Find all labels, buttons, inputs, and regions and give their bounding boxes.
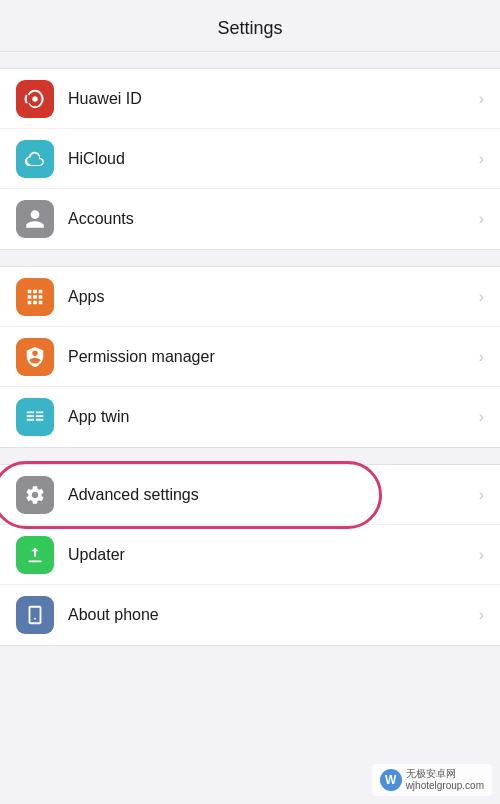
watermark: W 无极安卓网 wjhotelgroup.com (372, 764, 492, 796)
chevron-permission: › (479, 348, 484, 366)
advanced-settings-icon (16, 476, 54, 514)
advanced-settings-label: Advanced settings (68, 486, 471, 504)
accounts-svg (24, 208, 46, 230)
watermark-line2: wjhotelgroup.com (406, 780, 484, 792)
advanced-settings-svg (24, 484, 46, 506)
list-item-advanced-settings[interactable]: Advanced settings › (0, 465, 500, 525)
accounts-label: Accounts (68, 210, 471, 228)
apptwin-icon (16, 398, 54, 436)
section-apps: Apps › Permission manager › App twin › (0, 266, 500, 448)
updater-label: Updater (68, 546, 471, 564)
chevron-huawei-id: › (479, 90, 484, 108)
section-gap-2 (0, 250, 500, 266)
apps-svg (24, 286, 46, 308)
permission-svg (24, 346, 46, 368)
chevron-about-phone: › (479, 606, 484, 624)
page-title: Settings (217, 18, 282, 38)
chevron-app-twin: › (479, 408, 484, 426)
updater-svg (24, 544, 46, 566)
list-item-updater[interactable]: Updater › (0, 525, 500, 585)
about-phone-label: About phone (68, 606, 471, 624)
about-phone-svg (24, 604, 46, 626)
section-gap-1 (0, 52, 500, 68)
hicloud-icon (16, 140, 54, 178)
chevron-apps: › (479, 288, 484, 306)
watermark-line1: 无极安卓网 (406, 768, 484, 780)
list-item-accounts[interactable]: Accounts › (0, 189, 500, 249)
list-item-app-twin[interactable]: App twin › (0, 387, 500, 447)
section-accounts: Huawei ID › HiCloud › Accounts › (0, 68, 500, 250)
apptwin-svg (24, 406, 46, 428)
list-item-apps[interactable]: Apps › (0, 267, 500, 327)
app-twin-label: App twin (68, 408, 471, 426)
list-item-permission-manager[interactable]: Permission manager › (0, 327, 500, 387)
huawei-icon (16, 80, 54, 118)
apps-label: Apps (68, 288, 471, 306)
chevron-accounts: › (479, 210, 484, 228)
list-item-about-phone[interactable]: About phone › (0, 585, 500, 645)
huawei-id-label: Huawei ID (68, 90, 471, 108)
list-item-hicloud[interactable]: HiCloud › (0, 129, 500, 189)
watermark-logo: W (380, 769, 402, 791)
permission-icon (16, 338, 54, 376)
chevron-advanced: › (479, 486, 484, 504)
huawei-logo-svg (24, 88, 46, 110)
accounts-icon (16, 200, 54, 238)
watermark-text: 无极安卓网 wjhotelgroup.com (406, 768, 484, 792)
header: Settings (0, 0, 500, 52)
hicloud-label: HiCloud (68, 150, 471, 168)
permission-manager-label: Permission manager (68, 348, 471, 366)
chevron-updater: › (479, 546, 484, 564)
about-phone-icon (16, 596, 54, 634)
section-gap-3 (0, 448, 500, 464)
list-item-huawei-id[interactable]: Huawei ID › (0, 69, 500, 129)
section-advanced: Advanced settings › Updater › About phon… (0, 464, 500, 646)
hicloud-svg (24, 148, 46, 170)
updater-icon (16, 536, 54, 574)
apps-icon (16, 278, 54, 316)
chevron-hicloud: › (479, 150, 484, 168)
